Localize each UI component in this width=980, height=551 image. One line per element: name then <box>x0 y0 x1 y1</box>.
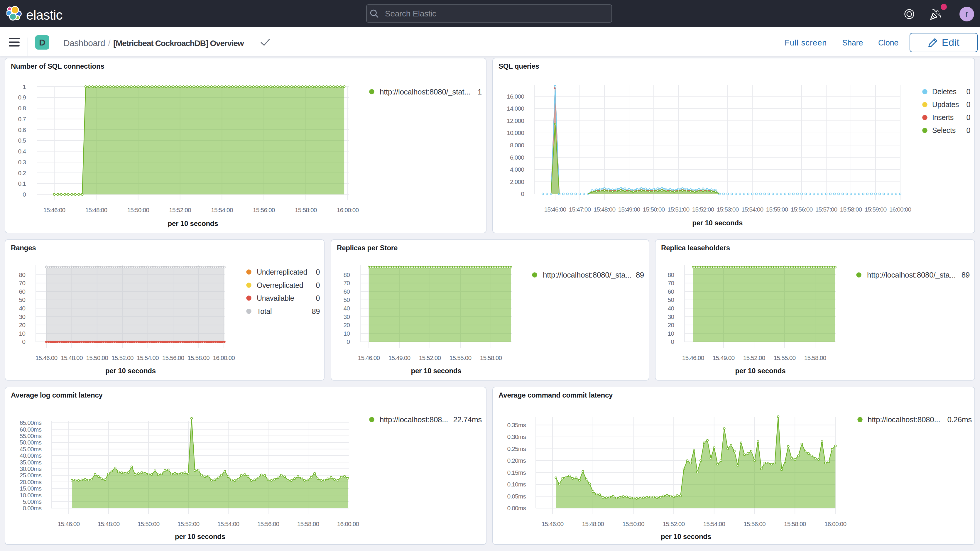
svg-text:15:54:00: 15:54:00 <box>741 206 764 213</box>
svg-text:0.8: 0.8 <box>18 105 26 111</box>
svg-text:10: 10 <box>343 330 350 337</box>
svg-text:15:54:00: 15:54:00 <box>218 521 239 527</box>
svg-text:per 10 seconds: per 10 seconds <box>411 367 461 375</box>
svg-text:16:00:00: 16:00:00 <box>889 206 912 213</box>
svg-text:0.26ms: 0.26ms <box>947 415 972 424</box>
svg-text:12,000: 12,000 <box>507 117 524 124</box>
svg-text:15:46:00: 15:46:00 <box>682 354 704 361</box>
svg-text:0.15ms: 0.15ms <box>508 469 526 476</box>
svg-text:0: 0 <box>316 268 320 276</box>
svg-text:15:46:00: 15:46:00 <box>544 206 566 213</box>
svg-text:15:48:00: 15:48:00 <box>61 354 83 361</box>
svg-text:http://localhost:808...: http://localhost:808... <box>380 415 448 424</box>
svg-text:35.00ms: 35.00ms <box>20 459 42 466</box>
svg-text:15:47:00: 15:47:00 <box>569 206 591 213</box>
svg-text:16:00:00: 16:00:00 <box>337 207 359 213</box>
svg-text:per 10 seconds: per 10 seconds <box>661 532 711 540</box>
svg-text:15:48:00: 15:48:00 <box>85 207 107 213</box>
svg-text:Overreplicated: Overreplicated <box>257 281 303 289</box>
svg-text:20.00ms: 20.00ms <box>20 479 42 485</box>
svg-text:0.35ms: 0.35ms <box>508 422 526 428</box>
svg-text:20: 20 <box>19 322 25 328</box>
svg-text:15:52:00: 15:52:00 <box>663 521 685 527</box>
svg-text:15:46:00: 15:46:00 <box>58 521 80 527</box>
svg-text:0: 0 <box>316 294 320 302</box>
svg-text:1: 1 <box>478 88 482 96</box>
svg-text:15:56:00: 15:56:00 <box>743 521 765 527</box>
svg-text:Total: Total <box>257 307 272 315</box>
svg-text:15:48:00: 15:48:00 <box>98 521 120 527</box>
svg-text:22.74ms: 22.74ms <box>453 415 482 424</box>
svg-text:10: 10 <box>668 330 674 337</box>
svg-text:0: 0 <box>966 100 970 108</box>
svg-text:15:58:00: 15:58:00 <box>188 354 210 361</box>
svg-text:15:50:00: 15:50:00 <box>622 521 644 527</box>
svg-text:65.00ms: 65.00ms <box>20 419 42 426</box>
svg-text:40: 40 <box>343 305 350 312</box>
svg-text:0: 0 <box>316 281 320 289</box>
svg-text:15:55:00: 15:55:00 <box>766 206 788 213</box>
svg-text:30: 30 <box>19 313 25 320</box>
svg-text:30: 30 <box>668 313 674 320</box>
svg-text:15:58:00: 15:58:00 <box>295 207 317 213</box>
svg-text:15:56:00: 15:56:00 <box>253 207 275 213</box>
svg-text:45.00ms: 45.00ms <box>20 446 42 452</box>
svg-text:Selects: Selects <box>932 126 956 134</box>
svg-text:15:58:00: 15:58:00 <box>840 206 862 213</box>
svg-text:http://localhost:8080/_stat...: http://localhost:8080/_stat... <box>380 88 470 96</box>
svg-text:15:50:00: 15:50:00 <box>127 207 149 213</box>
svg-text:60: 60 <box>19 288 25 295</box>
svg-text:15:50:00: 15:50:00 <box>86 354 108 361</box>
svg-text:80: 80 <box>19 271 25 278</box>
svg-text:1: 1 <box>22 83 26 90</box>
svg-text:per 10 seconds: per 10 seconds <box>168 220 218 228</box>
svg-text:0.00ms: 0.00ms <box>23 505 42 511</box>
svg-text:15:54:00: 15:54:00 <box>211 207 233 213</box>
svg-text:50: 50 <box>668 296 674 303</box>
svg-text:15:46:00: 15:46:00 <box>43 207 65 213</box>
svg-text:89: 89 <box>961 271 970 279</box>
svg-text:60: 60 <box>343 288 350 295</box>
svg-text:15:56:00: 15:56:00 <box>257 521 279 527</box>
svg-text:0.6: 0.6 <box>18 126 26 133</box>
svg-text:0: 0 <box>966 126 970 134</box>
svg-text:25.00ms: 25.00ms <box>20 472 42 479</box>
svg-text:55.00ms: 55.00ms <box>20 433 42 439</box>
svg-text:16:00:00: 16:00:00 <box>824 521 846 527</box>
svg-text:15:52:00: 15:52:00 <box>178 521 199 527</box>
svg-text:15:53:00: 15:53:00 <box>717 206 739 213</box>
svg-text:40: 40 <box>19 305 25 312</box>
svg-text:per 10 seconds: per 10 seconds <box>175 532 225 540</box>
svg-text:per 10 seconds: per 10 seconds <box>692 219 743 227</box>
svg-text:10.00ms: 10.00ms <box>20 492 42 498</box>
svg-text:Updates: Updates <box>932 100 959 108</box>
svg-text:5.00ms: 5.00ms <box>23 498 42 505</box>
svg-text:0: 0 <box>966 88 970 96</box>
svg-text:15:56:00: 15:56:00 <box>791 206 813 213</box>
svg-text:Inserts: Inserts <box>932 113 954 121</box>
svg-text:http://localhost:8080/_sta...: http://localhost:8080/_sta... <box>543 271 632 279</box>
svg-text:15:49:00: 15:49:00 <box>713 354 735 361</box>
svg-text:15:48:00: 15:48:00 <box>593 206 616 213</box>
svg-text:6,000: 6,000 <box>510 154 524 161</box>
svg-text:15:49:00: 15:49:00 <box>388 354 410 361</box>
svg-text:0.2: 0.2 <box>18 170 26 176</box>
svg-text:15:58:00: 15:58:00 <box>804 354 826 361</box>
svg-text:15:54:00: 15:54:00 <box>703 521 725 527</box>
svg-text:0.4: 0.4 <box>18 148 26 154</box>
svg-text:0: 0 <box>521 190 524 197</box>
svg-text:15:58:00: 15:58:00 <box>784 521 806 527</box>
svg-text:0: 0 <box>966 113 970 121</box>
svg-text:15:50:00: 15:50:00 <box>138 521 160 527</box>
svg-text:70: 70 <box>343 280 350 287</box>
svg-text:0.9: 0.9 <box>18 94 26 100</box>
svg-text:15:59:00: 15:59:00 <box>865 206 887 213</box>
svg-text:15:58:00: 15:58:00 <box>480 354 502 361</box>
svg-text:2,000: 2,000 <box>510 178 524 185</box>
svg-text:60: 60 <box>668 288 674 295</box>
svg-text:50: 50 <box>19 296 25 303</box>
svg-text:Underreplicated: Underreplicated <box>257 268 307 276</box>
svg-text:per 10 seconds: per 10 seconds <box>105 367 156 375</box>
svg-text:15:57:00: 15:57:00 <box>815 206 837 213</box>
svg-text:89: 89 <box>636 271 644 279</box>
